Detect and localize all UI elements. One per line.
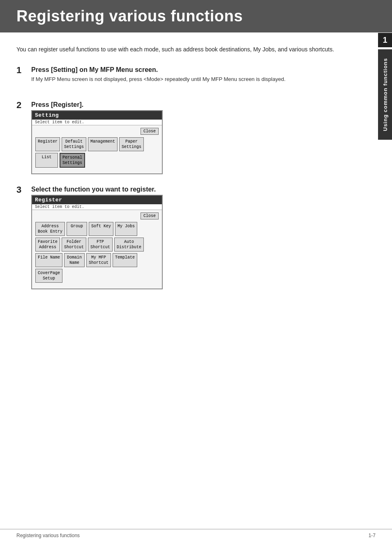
register-folder-btn[interactable]: FolderShortcut bbox=[62, 238, 86, 252]
step-3-number: 3 bbox=[16, 185, 31, 195]
step-2-number: 2 bbox=[16, 100, 31, 111]
register-group-btn[interactable]: Group bbox=[67, 222, 87, 236]
setting-screen-title: Setting bbox=[32, 111, 162, 120]
step-3: 3 Select the function you want to regist… bbox=[16, 186, 341, 289]
register-screen-subtitle: Select item to edit. bbox=[32, 204, 162, 210]
register-screen-inner: Close AddressBook Entry Group Soft Key M… bbox=[32, 210, 162, 289]
intro-text: You can register useful functions to use… bbox=[16, 45, 341, 54]
step-3-title: Select the function you want to register… bbox=[31, 186, 341, 193]
setting-screen-subtitle: Select item to edit. bbox=[32, 120, 162, 125]
setting-screen-inner: Close Register DefaultSettings Managemen… bbox=[32, 125, 162, 173]
setting-register-btn[interactable]: Register bbox=[35, 137, 60, 151]
register-close-row: Close bbox=[35, 212, 159, 219]
step-1: 1 Press [Setting] on My MFP Menu screen.… bbox=[16, 66, 341, 89]
register-row-2: FavoriteAddress FolderShortcut FTPShortc… bbox=[35, 238, 159, 252]
register-close-btn[interactable]: Close bbox=[141, 212, 159, 219]
register-row-4: CoverPageSetup bbox=[35, 269, 159, 283]
footer-left: Registering various functions bbox=[16, 533, 80, 538]
step-2-title: Press [Register]. bbox=[31, 101, 341, 108]
register-auto-btn[interactable]: AutoDistribute bbox=[114, 238, 144, 252]
register-row-3: File Name DomainName My MFPShortcut Temp… bbox=[35, 253, 159, 267]
setting-personal-btn[interactable]: PersonalSettings bbox=[60, 153, 85, 168]
setting-row-2: List PersonalSettings bbox=[35, 153, 159, 168]
step-2-content: Press [Register]. Setting Select item to… bbox=[31, 101, 341, 174]
register-filename-btn[interactable]: File Name bbox=[35, 253, 62, 267]
step-1-content: Press [Setting] on My MFP Menu screen. I… bbox=[31, 66, 341, 89]
setting-close-btn[interactable]: Close bbox=[141, 128, 159, 135]
footer-right: 1-7 bbox=[369, 533, 376, 538]
register-address-btn[interactable]: AddressBook Entry bbox=[35, 222, 65, 236]
register-screen: Register Select item to edit. Close Addr… bbox=[31, 195, 163, 289]
page-header: Registering various functions bbox=[0, 0, 392, 32]
setting-list-btn[interactable]: List bbox=[35, 153, 58, 168]
side-tab-label: Using common functions bbox=[378, 49, 392, 140]
register-coverpage-btn[interactable]: CoverPageSetup bbox=[35, 269, 62, 283]
page-footer: Registering various functions 1-7 bbox=[0, 529, 392, 542]
step-1-title: Press [Setting] on My MFP Menu screen. bbox=[31, 66, 341, 74]
setting-screen: Setting Select item to edit. Close Regis… bbox=[31, 110, 163, 174]
step-1-number: 1 bbox=[16, 65, 31, 76]
step-1-desc: If My MFP Menu screen is not displayed, … bbox=[31, 75, 341, 83]
main-content: You can register useful functions to use… bbox=[0, 32, 357, 325]
setting-close-row: Close bbox=[35, 128, 159, 135]
step-2: 2 Press [Register]. Setting Select item … bbox=[16, 101, 341, 174]
register-screen-title: Register bbox=[32, 196, 162, 204]
setting-management-btn[interactable]: Management bbox=[88, 137, 118, 151]
register-domain-btn[interactable]: DomainName bbox=[64, 253, 85, 267]
register-ftp-btn[interactable]: FTPShortcut bbox=[88, 238, 113, 252]
setting-paper-btn[interactable]: PaperSettings bbox=[119, 137, 144, 151]
page-title: Registering various functions bbox=[16, 7, 376, 25]
step-3-content: Select the function you want to register… bbox=[31, 186, 341, 289]
chapter-number: 1 bbox=[378, 33, 392, 47]
register-row-1: AddressBook Entry Group Soft Key My Jobs bbox=[35, 222, 159, 236]
setting-default-btn[interactable]: DefaultSettings bbox=[62, 137, 86, 151]
register-myjobs-btn[interactable]: My Jobs bbox=[115, 222, 137, 236]
register-favorite-btn[interactable]: FavoriteAddress bbox=[35, 238, 60, 252]
register-template-btn[interactable]: Template bbox=[113, 253, 137, 267]
register-mymfp-btn[interactable]: My MFPShortcut bbox=[86, 253, 111, 267]
setting-row-1: Register DefaultSettings Management Pape… bbox=[35, 137, 159, 151]
register-softkey-btn[interactable]: Soft Key bbox=[89, 222, 113, 236]
